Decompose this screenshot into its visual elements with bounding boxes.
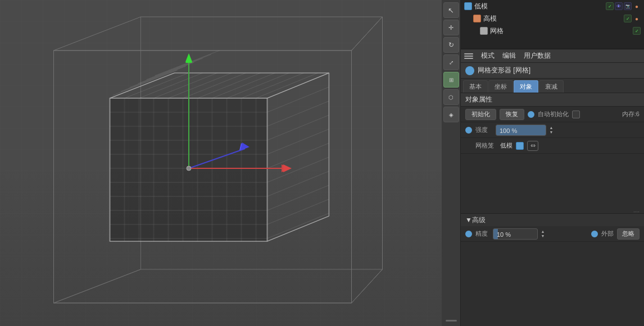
svg-marker-79 [283,164,292,172]
low-model-label: 低模 [474,2,604,11]
svg-line-56 [267,115,329,140]
cube-icon-mesh-ref [516,142,524,150]
svg-line-42 [256,73,318,98]
mesh-cage-value: 低模 [500,141,513,150]
precision-label: 精度 [475,229,489,238]
vis-eye-low[interactable]: 👁 [615,2,623,10]
outliner-item-low[interactable]: 低模 ✓ 👁 📷 ● [461,0,644,12]
tool-mesh[interactable]: ◈ [443,107,459,122]
advanced-header[interactable]: ▼高级 [461,214,644,226]
memory-label: 内存:6 [622,110,640,118]
svg-line-33 [125,73,189,98]
svg-line-61 [267,185,329,210]
menu-item-mode[interactable]: 模式 [478,50,498,62]
tool-transform[interactable]: ⊞ [443,72,459,88]
strength-row: 强度 100 % ▲ ▼ [461,122,644,138]
svg-point-81 [187,166,191,171]
svg-line-35 [154,73,217,98]
vis-dot-high[interactable]: ● [633,15,641,22]
svg-line-36 [169,73,232,98]
outer-label: 外部 [601,229,614,238]
outliner-icons-low: ✓ 👁 📷 ● [606,2,641,10]
mesh-label: 网格 [490,26,631,36]
tool-scale[interactable]: ⤢ [443,54,459,70]
auto-init-checkbox[interactable] [572,111,580,118]
vis-check-mesh[interactable]: ✓ [633,27,641,35]
svg-line-57 [267,129,329,154]
svg-marker-78 [185,54,192,63]
prop-icon [465,66,474,75]
outliner-item-high[interactable]: 高模 ✓ ● [461,12,644,25]
svg-line-34 [139,73,203,98]
precision-value: 10 % [493,229,537,240]
cube-icon-mesh [480,27,488,35]
link-icon[interactable]: ⇔ [527,141,538,151]
advanced-section: ▼高级 精度 10 % ▲ ▼ [461,213,644,242]
init-button[interactable]: 初始化 [465,109,496,120]
svg-line-40 [227,73,289,98]
viewport[interactable] [0,0,442,326]
svg-marker-2 [352,17,383,303]
svg-line-41 [242,73,304,98]
svg-line-47 [113,70,178,95]
menu-item-edit[interactable]: 编辑 [499,50,519,62]
svg-line-59 [267,157,329,182]
outliner: 低模 ✓ 👁 📷 ● 高模 ✓ ● [461,0,644,49]
vis-check-low[interactable]: ✓ [606,2,614,10]
radio-auto-init[interactable] [528,111,534,118]
tool-rotate[interactable]: ↻ [443,37,459,53]
menu-item-userdata[interactable]: 用户数据 [520,50,554,62]
vis-check-high[interactable]: ✓ [624,15,632,22]
precision-field[interactable]: 10 % [493,228,538,240]
svg-line-39 [212,73,275,98]
precision-radio[interactable] [465,231,472,237]
tool-cursor[interactable]: ↖ [443,2,459,18]
svg-marker-3 [54,269,383,303]
prop-title: 网格变形器 [网格] [478,66,530,75]
svg-line-55 [267,101,329,126]
cube-icon-high [473,15,481,22]
strength-radio[interactable] [465,127,472,134]
svg-line-70 [110,73,175,98]
svg-line-67 [267,73,329,98]
auto-init-label: 自动初始化 [538,110,569,118]
strength-value: 100 % [496,125,546,136]
outer-value-btn[interactable]: 忽略 [617,228,640,240]
svg-line-49 [130,62,194,88]
precision-radio2[interactable] [591,231,598,237]
outliner-item-mesh[interactable]: 网格 ✓ [461,25,644,37]
right-container: ↖ ✛ ↻ ⤢ ⊞ ⬡ ◈ 低模 ✓ [442,0,644,326]
vis-cam-low[interactable]: 📷 [624,2,632,10]
init-restore-row: 初始化 恢复 自动初始化 内存:6 [461,107,644,122]
precision-spinner[interactable]: ▲ ▼ [540,229,546,238]
svg-line-54 [267,87,329,112]
panel-content: 低模 ✓ 👁 📷 ● 高模 ✓ ● [461,0,644,326]
menu-hamburger[interactable] [464,53,473,59]
mesh-cage-row: 网格笼 低模 ⇔ [461,138,644,154]
strength-spinner[interactable]: ▲ ▼ [548,126,554,135]
svg-line-38 [198,73,261,98]
vis-dot-low[interactable]: ● [633,2,641,10]
svg-line-4 [54,269,141,303]
tab-object[interactable]: 对象 [514,80,538,93]
strength-field[interactable]: 100 % [496,125,546,136]
tab-coord[interactable]: 坐标 [488,80,513,93]
svg-line-60 [267,171,329,196]
mesh-cage-label: 网格笼 [475,141,497,150]
menu-bar: 模式 编辑 用户数据 [461,49,644,63]
tool-cage[interactable]: ⬡ [443,89,459,105]
tab-decay[interactable]: 衰减 [539,80,564,93]
tab-basic[interactable]: 基本 [463,80,488,93]
svg-line-69 [267,216,329,241]
svg-line-62 [267,199,329,224]
restore-button[interactable]: 恢复 [500,109,524,120]
svg-line-48 [121,66,186,91]
strength-label: 强度 [475,126,492,134]
tool-move[interactable]: ✛ [443,20,459,35]
props-content: 对象属性 初始化 恢复 自动初始化 内存:6 强度 [461,93,644,326]
svg-line-52 [155,50,220,76]
precision-row: 精度 10 % ▲ ▼ 外部 忽略 [461,226,644,242]
outliner-icons-mesh: ✓ [633,27,641,35]
scroll-indicator [446,320,457,322]
svg-line-37 [183,73,246,98]
